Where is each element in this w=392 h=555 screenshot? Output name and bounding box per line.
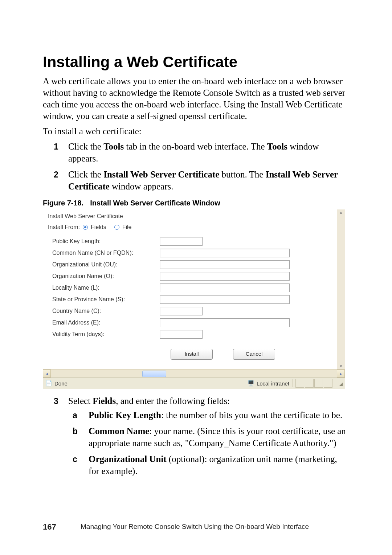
text: Click the (68, 142, 103, 151)
label-validity-term: Validity Term (days): (52, 331, 160, 338)
label-state-province: State or Province Name (S): (52, 296, 160, 303)
form-area: Public Key Length: Common Name (CN or FQ… (43, 233, 337, 369)
scroll-right-icon[interactable]: ▸ (337, 370, 345, 378)
status-cell (314, 379, 323, 388)
figure-label: Figure 7-18. (43, 199, 83, 207)
horizontal-scrollbar[interactable]: ◂ ▸ (43, 369, 345, 378)
sub-a: a Public Key Length: the number of bits … (68, 409, 349, 421)
footer-divider (70, 521, 70, 531)
step-2: 2 Click the Install Web Server Certifica… (43, 169, 349, 192)
radio-file[interactable] (114, 225, 119, 230)
text: tab in the on-board web interface. The (124, 142, 267, 151)
install-from-label: Install From: (48, 224, 80, 230)
numbered-list-2: 3 Select Fields, and enter the following… (43, 395, 349, 477)
step-1: 1 Click the Tools tab in the on-board we… (43, 141, 349, 164)
step-3: 3 Select Fields, and enter the following… (43, 395, 349, 477)
input-common-name[interactable] (160, 249, 290, 257)
input-organization-name[interactable] (160, 272, 290, 281)
label-email: Email Address (E): (52, 319, 160, 326)
status-cell (295, 379, 304, 388)
label-public-key-length: Public Key Length: (52, 238, 160, 245)
text: button. The (219, 170, 265, 179)
scroll-left-icon[interactable]: ◂ (43, 370, 51, 378)
status-cell (324, 379, 332, 388)
status-done: Done (54, 380, 68, 387)
cancel-button[interactable]: Cancel (233, 349, 275, 360)
radio-fields[interactable] (83, 225, 88, 230)
sub-marker: c (73, 453, 77, 465)
scroll-up-icon[interactable]: ▴ (339, 210, 343, 215)
sub-marker: b (73, 425, 78, 437)
input-organizational-unit[interactable] (160, 260, 290, 269)
label-organizational-unit: Organizational Unit (OU): (52, 261, 160, 268)
radio-fields-label: Fields (91, 224, 106, 230)
page: Installing a Web Certificate A web certi… (0, 0, 392, 555)
status-bar: 📄 Done 🖥️ Local intranet (43, 378, 345, 389)
screenshot-install-web-server-cert: Install Web Server Certificate Install F… (43, 209, 345, 389)
scrollbar-thumb[interactable] (142, 371, 166, 377)
common-name-bold: Common Name (89, 426, 149, 436)
step-marker: 2 (54, 169, 58, 181)
window-title: Install Web Server Certificate (43, 209, 337, 222)
figure-caption: Figure 7-18.Install Web Server Certifica… (43, 199, 349, 207)
chapter-title: Managing Your Remote Console Switch Usin… (81, 523, 309, 531)
label-locality-name: Locality Name (L): (52, 285, 160, 291)
text: window appears. (110, 181, 173, 191)
install-button[interactable]: Install (171, 349, 213, 360)
install-web-cert-bold: Install Web Server Certificate (103, 170, 219, 179)
page-title: Installing a Web Certificate (43, 54, 349, 70)
sub-b: b Common Name: your name. (Since this is… (68, 425, 349, 449)
tools-bold: Tools (267, 142, 287, 151)
status-zone: Local intranet (257, 380, 289, 387)
scroll-down-icon[interactable]: ▾ (339, 364, 343, 368)
page-icon: 📄 (45, 380, 52, 387)
figure-title: Install Web Server Certificate Window (90, 199, 220, 207)
label-common-name: Common Name (CN or FQDN): (52, 250, 160, 256)
resize-grip-icon[interactable] (336, 380, 343, 387)
organizational-unit-bold: Organizational Unit (89, 454, 167, 464)
tools-bold: Tools (103, 142, 124, 151)
page-number: 167 (43, 522, 56, 532)
sub-list: a Public Key Length: the number of bits … (68, 409, 349, 477)
intro-paragraph: A web certificate allows you to enter th… (43, 76, 349, 122)
text: : the number of bits you want the certif… (161, 410, 342, 420)
step-marker: 3 (54, 395, 58, 407)
fields-bold: Fields (93, 396, 116, 406)
input-country-name[interactable] (160, 307, 203, 315)
vertical-scrollbar[interactable]: ▴ ▾ (337, 209, 345, 369)
input-validity-term[interactable] (160, 330, 203, 339)
sub-marker: a (73, 409, 77, 421)
public-key-length-bold: Public Key Length (89, 410, 161, 420)
to-install-line: To install a web certificate: (43, 126, 349, 137)
input-email[interactable] (160, 318, 290, 327)
text: Select (68, 396, 93, 406)
input-state-province[interactable] (160, 295, 290, 304)
radio-file-label: File (122, 224, 132, 230)
status-cell (305, 379, 314, 388)
step-marker: 1 (54, 141, 58, 153)
label-country-name: Country Name (C): (52, 308, 160, 314)
input-public-key-length[interactable] (160, 237, 203, 246)
sub-c: c Organizational Unit (optional): organi… (68, 453, 349, 477)
label-organization-name: Organization Name (O): (52, 273, 160, 279)
zone-icon: 🖥️ (248, 380, 254, 387)
text: , and enter the following fields: (116, 396, 230, 406)
text: Click the (68, 170, 103, 179)
input-locality-name[interactable] (160, 283, 290, 292)
numbered-list-1: 1 Click the Tools tab in the on-board we… (43, 141, 349, 192)
